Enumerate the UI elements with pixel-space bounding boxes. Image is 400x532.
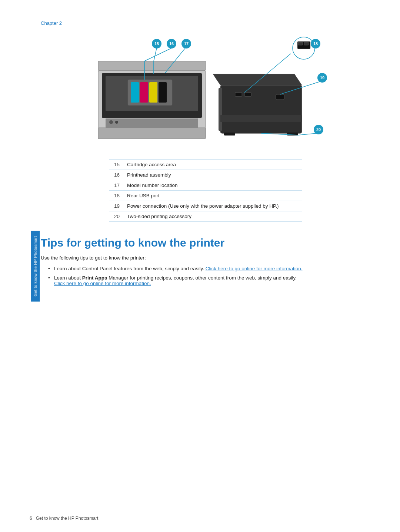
tips-list: Learn about Control Panel features from …: [41, 266, 370, 286]
svg-rect-9: [98, 128, 206, 139]
part-description: Model number location: [124, 180, 302, 191]
svg-text:20: 20: [316, 127, 321, 132]
svg-text:18: 18: [313, 41, 318, 46]
part-description: Two-sided printing accessory: [124, 211, 302, 222]
svg-rect-26: [219, 88, 222, 131]
tips-intro: Use the following tips to get to know th…: [41, 255, 370, 261]
svg-point-11: [109, 120, 113, 124]
svg-rect-24: [220, 85, 302, 133]
svg-rect-27: [224, 133, 235, 135]
svg-rect-7: [149, 82, 157, 103]
tips-list-item: Learn about Control Panel features from …: [48, 266, 370, 271]
part-number: 19: [109, 201, 124, 211]
svg-text:19: 19: [320, 76, 324, 80]
svg-rect-37: [304, 42, 309, 45]
part-number: 18: [109, 191, 124, 201]
tips-list-item: Learn about Print Apps Manager for print…: [48, 275, 370, 286]
side-tab: Get to know the HP Photosmart: [31, 231, 40, 301]
parts-table: 15Cartridge access area16Printhead assem…: [109, 159, 302, 222]
svg-line-14: [154, 48, 157, 61]
tips-title: Tips for getting to know the printer: [41, 237, 370, 249]
svg-line-18: [144, 48, 171, 61]
svg-point-12: [115, 121, 118, 124]
svg-text:15: 15: [154, 41, 159, 46]
svg-text:17: 17: [184, 41, 189, 46]
svg-rect-36: [298, 42, 303, 45]
svg-rect-10: [106, 118, 198, 128]
parts-table-row: 15Cartridge access area: [109, 160, 302, 170]
part-description: Power connection (Use only with the powe…: [124, 201, 302, 211]
part-number: 17: [109, 180, 124, 191]
svg-rect-6: [140, 82, 148, 103]
page-number: 6: [30, 516, 32, 521]
svg-line-44: [298, 133, 317, 135]
svg-rect-5: [131, 82, 139, 103]
part-description: Printhead assembly: [124, 170, 302, 180]
page-footer: 6 Get to know the HP Photosmart: [30, 516, 98, 521]
parts-table-row: 16Printhead assembly: [109, 170, 302, 180]
parts-table-row: 19Power connection (Use only with the po…: [109, 201, 302, 211]
parts-table-row: 17Model number location: [109, 180, 302, 191]
svg-text:16: 16: [169, 41, 174, 46]
chapter-label: Chapter 2: [41, 20, 370, 26]
tips-link-1[interactable]: Click here to go online for more informa…: [206, 266, 303, 271]
printer-diagram: 15 16 17: [41, 33, 370, 148]
part-number: 15: [109, 160, 124, 170]
svg-marker-2: [98, 61, 206, 70]
part-number: 16: [109, 170, 124, 180]
parts-table-row: 20Two-sided printing accessory: [109, 211, 302, 222]
tips-link-2[interactable]: Click here to go online for more informa…: [54, 281, 151, 286]
part-description: Cartridge access area: [124, 160, 302, 170]
svg-marker-25: [213, 74, 302, 85]
svg-rect-32: [276, 94, 284, 100]
parts-table-row: 18Rear USB port: [109, 191, 302, 201]
part-number: 20: [109, 211, 124, 222]
svg-rect-30: [235, 93, 242, 96]
footer-text: Get to know the HP Photosmart: [36, 516, 99, 521]
svg-rect-8: [159, 82, 167, 103]
part-description: Rear USB port: [124, 191, 302, 201]
svg-rect-31: [244, 93, 251, 96]
svg-rect-29: [220, 115, 302, 122]
